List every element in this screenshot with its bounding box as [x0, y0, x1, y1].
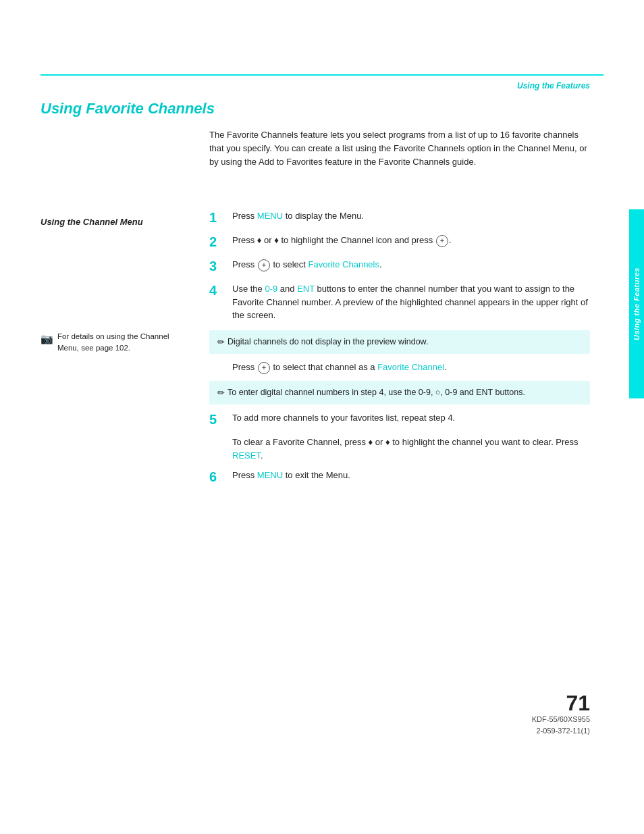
step-5: 5 To add more channels to your favorites… [209, 411, 590, 427]
steps-area: 1 Press MENU to display the Menu. 2 Pres… [209, 209, 590, 493]
step-1-text: Press MENU to display the Menu. [232, 209, 364, 223]
step-5-sub: To clear a Favorite Channel, press ♦ or … [232, 436, 590, 462]
side-note-icon: 📷 [41, 332, 53, 347]
header-section-label: Using the Features [517, 81, 590, 90]
step-3: 3 Press + to select Favorite Channels. [209, 258, 590, 274]
step-6: 6 Press MENU to exit the Menu. [209, 469, 590, 485]
side-note-text: For details on using the Channel Menu, s… [57, 331, 189, 355]
step-5-reset-keyword: RESET [232, 450, 261, 461]
circle-plus-icon-2: + [258, 259, 270, 271]
note-2-text: To enter digital channel numbers in step… [227, 386, 525, 399]
page: Using the Features Using the Features Us… [0, 0, 644, 834]
intro-paragraph: The Favorite Channels feature lets you s… [209, 128, 590, 169]
step-1: 1 Press MENU to display the Menu. [209, 209, 590, 226]
step-2: 2 Press ♦ or ♦ to highlight the Channel … [209, 234, 590, 250]
note-box-1: ✏ Digital channels do not display in the… [209, 330, 590, 355]
footer-line-2: 2-059-372-11(1) [532, 725, 590, 737]
note-box-2: ✏ To enter digital channel numbers in st… [209, 381, 590, 405]
step-2-number: 2 [209, 234, 228, 250]
note-2-content: ✏ To enter digital channel numbers in st… [217, 386, 582, 400]
step-4-sub-keyword: Favorite Channel [377, 362, 444, 372]
step-6-menu-keyword: MENU [257, 470, 283, 480]
circle-plus-icon-3: + [258, 362, 270, 374]
step-1-menu-keyword: MENU [257, 211, 283, 221]
section-label: Using the Channel Menu [41, 216, 196, 228]
header-text: Using the Features [517, 81, 590, 90]
note-1-content: ✏ Digital channels do not display in the… [217, 336, 582, 349]
step-2-text: Press ♦ or ♦ to highlight the Channel ic… [232, 234, 452, 247]
side-tab-text: Using the Features [633, 267, 641, 340]
step-4-sub: Press + to select that channel as a Favo… [232, 361, 590, 374]
side-tab: Using the Features [629, 209, 644, 398]
step-3-favorite-channels-keyword: Favorite Channels [308, 259, 379, 269]
step-4: 4 Use the 0-9 and ENT buttons to enter t… [209, 282, 590, 322]
step-3-number: 3 [209, 258, 228, 274]
step-4-number: 4 [209, 282, 228, 298]
step-4-text: Use the 0-9 and ENT buttons to enter the… [232, 282, 590, 322]
step-4-ent-keyword: ENT [297, 284, 315, 294]
note-pencil-icon-2: ✏ [217, 386, 225, 400]
step-5-number: 5 [209, 411, 228, 427]
circle-plus-icon: + [436, 235, 448, 247]
note-1-text: Digital channels do not display in the p… [227, 336, 428, 348]
page-number: 71 [566, 691, 590, 716]
top-rule [41, 74, 603, 76]
side-note: 📷 For details on using the Channel Menu,… [41, 331, 189, 355]
step-1-number: 1 [209, 209, 228, 226]
page-title: Using Favorite Channels [41, 100, 215, 118]
step-6-number: 6 [209, 469, 228, 485]
step-5-text: To add more channels to your favorites l… [232, 411, 455, 425]
step-3-text: Press + to select Favorite Channels. [232, 258, 382, 271]
section-label-text: Using the Channel Menu [41, 217, 143, 227]
footer-reference: KDF-55/60XS955 2-059-372-11(1) [532, 714, 590, 736]
footer-line-1: KDF-55/60XS955 [532, 714, 590, 725]
note-pencil-icon: ✏ [217, 336, 225, 349]
step-4-09-keyword: 0-9 [265, 284, 277, 294]
step-6-text: Press MENU to exit the Menu. [232, 469, 350, 482]
